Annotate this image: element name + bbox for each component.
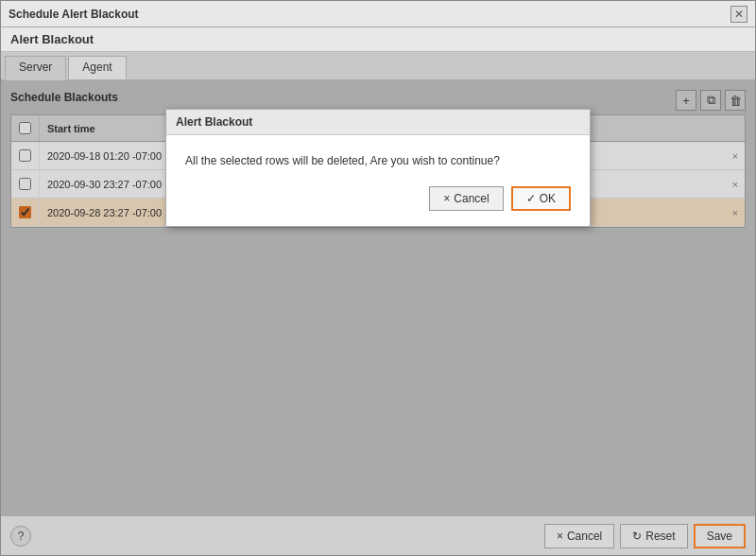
window-title: Schedule Alert Blackout: [9, 8, 139, 21]
modal-message: All the selected rows will be deleted, A…: [185, 154, 571, 167]
cancel-label: Cancel: [567, 530, 602, 543]
save-button[interactable]: Save: [694, 524, 746, 548]
help-icon: ?: [18, 530, 25, 543]
modal-cancel-button[interactable]: × Cancel: [429, 186, 503, 211]
modal-title: Alert Blackout: [176, 115, 252, 129]
modal-ok-button[interactable]: ✓ OK: [511, 186, 571, 211]
modal-body: All the selected rows will be deleted, A…: [166, 135, 590, 226]
reset-label: Reset: [645, 530, 675, 543]
window-close-button[interactable]: ✕: [730, 6, 747, 23]
modal-title-bar: Alert Blackout: [166, 110, 590, 135]
tab-server[interactable]: Server: [5, 56, 66, 80]
cancel-button[interactable]: × Cancel: [544, 524, 614, 548]
title-bar: Schedule Alert Blackout ✕: [1, 1, 755, 27]
reset-button[interactable]: ↻ Reset: [620, 524, 687, 548]
modal-cancel-icon: ×: [443, 192, 450, 205]
save-label: Save: [707, 530, 732, 543]
cancel-icon: ×: [557, 530, 563, 543]
tab-bar: Server Agent: [1, 52, 755, 80]
reset-icon: ↻: [632, 530, 642, 543]
close-icon: ✕: [734, 8, 744, 21]
modal-cancel-label: Cancel: [454, 192, 489, 205]
modal-ok-label: OK: [540, 192, 556, 205]
bottom-bar: ? × Cancel ↻ Reset Save: [1, 515, 755, 555]
modal-overlay: Alert Blackout All the selected rows wil…: [1, 80, 755, 515]
tab-agent[interactable]: Agent: [68, 56, 126, 79]
main-window: Schedule Alert Blackout ✕ Alert Blackout…: [0, 0, 756, 556]
help-button[interactable]: ?: [10, 526, 31, 547]
content-area: Schedule Blackouts + ⧉ 🗑 Start tim: [1, 80, 755, 515]
confirm-dialog: Alert Blackout All the selected rows wil…: [165, 109, 591, 227]
modal-buttons: × Cancel ✓ OK: [185, 186, 571, 211]
dialog-title: Alert Blackout: [1, 27, 755, 52]
bottom-buttons: × Cancel ↻ Reset Save: [544, 524, 746, 548]
modal-ok-icon: ✓: [526, 192, 536, 205]
